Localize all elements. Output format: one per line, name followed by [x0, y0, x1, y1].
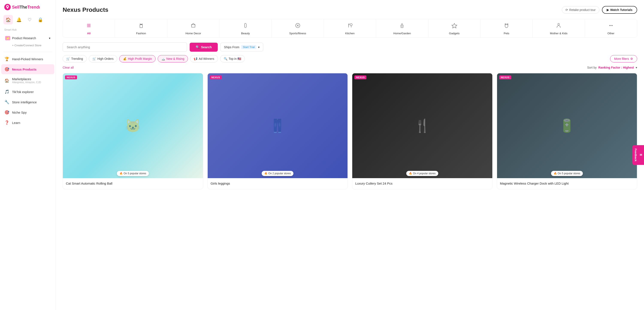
category-tab-beauty[interactable]: Beauty [220, 19, 272, 37]
fire-icon: 🔥 [264, 172, 268, 175]
fashion-icon [138, 22, 144, 30]
sidebar-item-label: Learn [12, 121, 20, 125]
sidebar-item-learn[interactable]: ❓ Learn [1, 118, 54, 128]
filter-label-high-orders: High Orders [98, 57, 114, 60]
lock-icon-btn[interactable]: 🔒 [36, 15, 45, 24]
retake-tour-label: Retake product tour [569, 8, 596, 11]
popular-stores-badge-3: 🔥 On 4 popular stores [406, 171, 438, 176]
svg-marker-11 [452, 23, 457, 28]
product-card-2[interactable]: 👖 NEXUS 🔥 On 2 popular stores Girls legg… [208, 73, 348, 189]
feedback-tab[interactable]: ✉ Feedback [632, 145, 644, 165]
category-tab-sports[interactable]: Sports/fitness [272, 19, 324, 37]
clear-all-btn[interactable]: Clear all [63, 66, 74, 69]
sort-value[interactable]: Ranking Factor : Highest [598, 66, 634, 69]
product-card-3[interactable]: 🍴 NEXUS 🔥 On 4 popular stores Luxury Cut… [352, 73, 492, 189]
category-tab-home-garden[interactable]: Home/Garden [376, 19, 428, 37]
stores-text-1: On 5 popular stores [124, 172, 146, 175]
hand-picked-icon: 🏆 [4, 57, 10, 61]
sort-by-label: Sort by [587, 66, 596, 69]
filter-label-high-profit: High Profit Margin [128, 57, 152, 60]
sidebar-item-tiktok[interactable]: 🎵 TikTok explorer [1, 87, 54, 97]
filter-chip-trending[interactable]: 🛒Trending [63, 55, 87, 62]
svg-point-18 [612, 25, 613, 26]
sidebar-item-nexus[interactable]: 🎯 Nexus Products [1, 64, 54, 74]
category-tab-kitchen[interactable]: Kitchen [324, 19, 376, 37]
category-tabs: All Fashion Home Decor Beauty Sports/fit… [63, 19, 637, 38]
folder-icon: 📁 [5, 36, 10, 40]
filter-chip-high-orders[interactable]: 🛒High Orders [89, 55, 117, 62]
ships-from-selector[interactable]: Ships From Start Trial ▾ [220, 43, 263, 51]
sidebar-item-label: Hand-Picked Winners [12, 57, 43, 61]
retake-tour-btn[interactable]: ⟳ Retake product tour [562, 6, 600, 13]
filter-chip-ad-winners[interactable]: 📢Ad Winners [190, 55, 218, 62]
sidebar-item-label: Niche Spy [12, 111, 26, 114]
product-research-item[interactable]: 📁 Product Research ▾ [2, 34, 53, 42]
category-tab-fashion[interactable]: Fashion [115, 19, 167, 37]
heart-icon-btn[interactable]: ♡ [25, 15, 34, 24]
fire-icon: 🔥 [120, 172, 123, 175]
bell-icon-btn[interactable]: 🔔 [14, 15, 24, 24]
product-img-4: 🔋 NEXUS 🔥 On 5 popular stores [497, 73, 637, 178]
search-label: Search [201, 45, 212, 49]
cat-label-pets: Pets [504, 32, 509, 35]
more-filters-btn[interactable]: More filters⚙ [610, 55, 637, 62]
sidebar-item-niche-spy[interactable]: 🎯 Niche Spy [1, 107, 54, 117]
filter-chip-high-profit[interactable]: 💰High Profit Margin [119, 55, 156, 62]
other-icon [608, 22, 614, 30]
more-filters-label: More filters [614, 57, 629, 60]
nexus-badge-2: NEXUS [210, 75, 222, 79]
sports-icon [295, 22, 301, 30]
trending-icon: 🛒 [66, 57, 70, 60]
cat-label-beauty: Beauty [241, 32, 250, 35]
filter-row: 🛒Trending🛒High Orders💰High Profit Margin… [63, 55, 637, 62]
svg-point-14 [507, 24, 508, 25]
cat-label-sports: Sports/fitness [289, 32, 306, 35]
category-tab-gadgets[interactable]: Gadgets [428, 19, 480, 37]
sidebar-item-marketplaces[interactable]: 🏠 Marketplaces Aliexpress, Amazon, CJD [1, 75, 54, 86]
search-icon: 🔍 [196, 45, 200, 49]
nexus-badge-1: NEXUS [65, 75, 77, 79]
product-name-4: Magnetic Wireless Charger Dock with LED … [500, 181, 634, 186]
category-tab-home-decor[interactable]: Home Decor [167, 19, 220, 37]
category-tab-mother-kids[interactable]: Mother & Kids [533, 19, 585, 37]
product-img-2: 👖 NEXUS 🔥 On 2 popular stores [208, 73, 348, 178]
retake-icon: ⟳ [566, 8, 568, 11]
home-icon-btn[interactable]: 🏠 [4, 15, 13, 24]
sidebar-item-store-intel[interactable]: 🔧 Store intelligence [1, 97, 54, 107]
svg-point-0 [7, 6, 8, 7]
product-info-2: Girls leggings [208, 178, 348, 189]
feedback-label: Feedback [634, 149, 637, 161]
marketplaces-icon: 🏠 [4, 78, 10, 83]
product-card-1[interactable]: 🐱 NEXUS 🔥 On 5 popular stores Cat Smart … [63, 73, 203, 189]
fire-icon: 🔥 [409, 172, 412, 175]
gadgets-icon [451, 22, 457, 30]
product-grid: 🐱 NEXUS 🔥 On 5 popular stores Cat Smart … [63, 73, 637, 189]
ships-from-label: Ships From [224, 45, 240, 49]
main-content: Nexus Products ⟳ Retake product tour ▶ W… [56, 0, 644, 310]
filter-label-trending: Trending [71, 57, 83, 60]
cat-label-all: All [87, 32, 91, 35]
product-info-3: Luxury Cutlery Set 24 Pcs [352, 178, 492, 189]
search-input[interactable] [63, 42, 187, 52]
product-card-4[interactable]: 🔋 NEXUS 🔥 On 5 popular stores Magnetic W… [497, 73, 637, 189]
svg-rect-5 [192, 25, 195, 27]
filter-chip-new-rising[interactable]: 🏔️New & Rising [158, 55, 188, 62]
top-in-icon: 🔍 [224, 57, 228, 60]
sidebar-item-hand-picked[interactable]: 🏆 Hand-Picked Winners [1, 54, 54, 64]
search-button[interactable]: 🔍 Search [190, 43, 218, 52]
category-tab-all[interactable]: All [63, 19, 115, 37]
watch-tutorials-btn[interactable]: ▶ Watch Tutorials [602, 6, 637, 14]
category-tab-pets[interactable]: Pets [480, 19, 533, 37]
filter-label-new-rising: New & Rising [166, 57, 184, 60]
watch-tutorials-label: Watch Tutorials [610, 8, 632, 11]
create-connect-btn[interactable]: + Create/Connect Store [2, 42, 53, 49]
chevron-down-icon: ▾ [49, 36, 50, 40]
category-tab-other[interactable]: Other [585, 19, 637, 37]
sidebar-divider-1 [4, 52, 52, 52]
filter-chip-top-in[interactable]: 🔍Top in 🇺🇸 [220, 55, 245, 62]
kitchen-icon [347, 22, 353, 30]
cat-label-home-decor: Home Decor [185, 32, 201, 35]
mother-kids-icon [556, 22, 562, 30]
filter-label-ad-winners: Ad Winners [199, 57, 214, 60]
page-title: Nexus Products [63, 6, 108, 13]
